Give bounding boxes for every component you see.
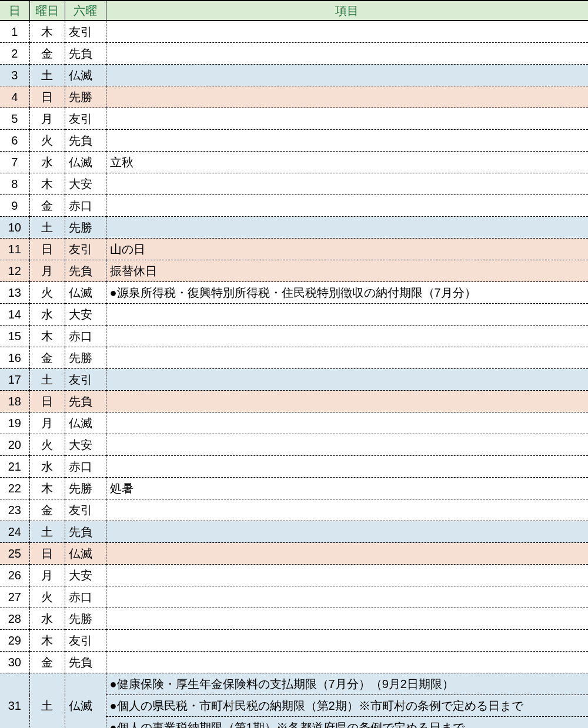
cell-item bbox=[106, 347, 588, 369]
cell-day: 12 bbox=[0, 260, 29, 282]
cell-rokuyo: 仏滅 bbox=[65, 152, 106, 173]
cell-rokuyo: 大安 bbox=[65, 304, 106, 326]
cell-weekday: 金 bbox=[29, 347, 65, 369]
cell-item bbox=[106, 586, 588, 608]
cell-day: 16 bbox=[0, 347, 29, 369]
cell-rokuyo: 先負 bbox=[65, 130, 106, 152]
cell-weekday: 日 bbox=[29, 391, 65, 412]
cell-item: ●個人の県民税・市町村民税の納期限（第2期）※市町村の条例で定める日まで bbox=[106, 695, 588, 717]
cell-rokuyo: 先勝 bbox=[65, 347, 106, 369]
cell-rokuyo: 仏滅 bbox=[65, 543, 106, 565]
table-row: 8木大安 bbox=[0, 173, 588, 195]
header-day: 日 bbox=[0, 1, 29, 21]
calendar-table: 日 曜日 六曜 項目 1木友引2金先負3土仏滅4日先勝5月友引6火先負7水仏滅立… bbox=[0, 0, 588, 728]
cell-day: 28 bbox=[0, 608, 29, 630]
cell-weekday: 火 bbox=[29, 282, 65, 304]
table-row: 30金先負 bbox=[0, 652, 588, 673]
cell-item bbox=[106, 195, 588, 217]
cell-item bbox=[106, 391, 588, 412]
cell-weekday: 金 bbox=[29, 652, 65, 673]
cell-weekday: 月 bbox=[29, 412, 65, 434]
cell-item bbox=[106, 499, 588, 521]
table-row: 2金先負 bbox=[0, 43, 588, 65]
cell-item bbox=[106, 21, 588, 43]
cell-weekday: 木 bbox=[29, 21, 65, 43]
cell-item bbox=[106, 217, 588, 239]
cell-weekday: 木 bbox=[29, 630, 65, 652]
cell-rokuyo: 赤口 bbox=[65, 586, 106, 608]
cell-day: 17 bbox=[0, 369, 29, 391]
cell-day: 10 bbox=[0, 217, 29, 239]
cell-day: 4 bbox=[0, 86, 29, 108]
table-row: 22木先勝処暑 bbox=[0, 478, 588, 499]
cell-rokuyo: 先負 bbox=[65, 260, 106, 282]
cell-rokuyo: 大安 bbox=[65, 434, 106, 456]
cell-weekday: 金 bbox=[29, 43, 65, 65]
table-row: 4日先勝 bbox=[0, 86, 588, 108]
cell-day: 30 bbox=[0, 652, 29, 673]
cell-weekday: 月 bbox=[29, 108, 65, 130]
cell-item bbox=[106, 543, 588, 565]
cell-item bbox=[106, 43, 588, 65]
cell-item bbox=[106, 565, 588, 586]
cell-day: 3 bbox=[0, 65, 29, 86]
cell-rokuyo: 赤口 bbox=[65, 195, 106, 217]
cell-weekday: 土 bbox=[29, 521, 65, 543]
cell-item bbox=[106, 369, 588, 391]
table-row: 20火大安 bbox=[0, 434, 588, 456]
cell-item: 立秋 bbox=[106, 152, 588, 173]
cell-weekday: 土 bbox=[29, 217, 65, 239]
cell-item bbox=[106, 130, 588, 152]
cell-day: 20 bbox=[0, 434, 29, 456]
table-row: 1木友引 bbox=[0, 21, 588, 43]
table-row: 10土先勝 bbox=[0, 217, 588, 239]
cell-day: 31 bbox=[0, 673, 29, 729]
cell-weekday: 月 bbox=[29, 565, 65, 586]
cell-rokuyo: 友引 bbox=[65, 21, 106, 43]
table-row: 5月友引 bbox=[0, 108, 588, 130]
cell-weekday: 金 bbox=[29, 499, 65, 521]
cell-day: 6 bbox=[0, 130, 29, 152]
table-row: 23金友引 bbox=[0, 499, 588, 521]
cell-weekday: 土 bbox=[29, 369, 65, 391]
table-row: 9金赤口 bbox=[0, 195, 588, 217]
cell-rokuyo: 先勝 bbox=[65, 478, 106, 499]
table-row: 14水大安 bbox=[0, 304, 588, 326]
cell-rokuyo: 大安 bbox=[65, 565, 106, 586]
cell-day: 14 bbox=[0, 304, 29, 326]
cell-item bbox=[106, 608, 588, 630]
cell-item bbox=[106, 173, 588, 195]
cell-day: 22 bbox=[0, 478, 29, 499]
cell-weekday: 金 bbox=[29, 195, 65, 217]
cell-day: 21 bbox=[0, 456, 29, 478]
cell-item: 振替休日 bbox=[106, 260, 588, 282]
cell-rokuyo: 先勝 bbox=[65, 86, 106, 108]
header-row: 日 曜日 六曜 項目 bbox=[0, 1, 588, 21]
table-row: 27火赤口 bbox=[0, 586, 588, 608]
cell-day: 26 bbox=[0, 565, 29, 586]
cell-rokuyo: 先負 bbox=[65, 391, 106, 412]
cell-rokuyo: 大安 bbox=[65, 173, 106, 195]
table-row: 19月仏滅 bbox=[0, 412, 588, 434]
cell-day: 27 bbox=[0, 586, 29, 608]
table-row: 13火仏滅●源泉所得税・復興特別所得税・住民税特別徴収の納付期限（7月分） bbox=[0, 282, 588, 304]
cell-item: ●源泉所得税・復興特別所得税・住民税特別徴収の納付期限（7月分） bbox=[106, 282, 588, 304]
cell-day: 1 bbox=[0, 21, 29, 43]
cell-day: 5 bbox=[0, 108, 29, 130]
table-row: 26月大安 bbox=[0, 565, 588, 586]
cell-weekday: 土 bbox=[29, 673, 65, 729]
cell-rokuyo: 仏滅 bbox=[65, 65, 106, 86]
table-row: 7水仏滅立秋 bbox=[0, 152, 588, 173]
cell-item bbox=[106, 434, 588, 456]
cell-rokuyo: 仏滅 bbox=[65, 673, 106, 729]
cell-day: 18 bbox=[0, 391, 29, 412]
cell-item bbox=[106, 326, 588, 347]
cell-item bbox=[106, 304, 588, 326]
cell-rokuyo: 先勝 bbox=[65, 608, 106, 630]
cell-rokuyo: 友引 bbox=[65, 239, 106, 260]
cell-item bbox=[106, 108, 588, 130]
table-row: 15木赤口 bbox=[0, 326, 588, 347]
table-row: 12月先負振替休日 bbox=[0, 260, 588, 282]
cell-day: 25 bbox=[0, 543, 29, 565]
cell-item bbox=[106, 652, 588, 673]
